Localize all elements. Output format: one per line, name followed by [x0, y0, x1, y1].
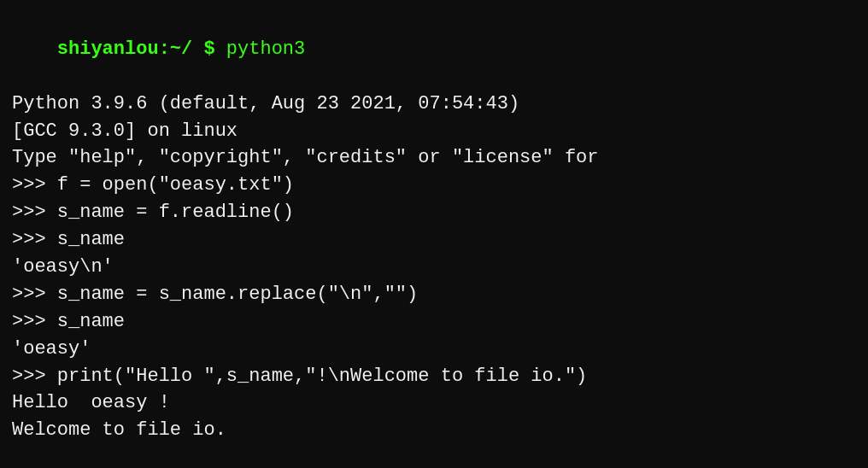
terminal-line-replace: >>> s_name = s_name.replace("\n","") [12, 281, 856, 308]
terminal-line-readline: >>> s_name = f.readline() [12, 199, 856, 226]
terminal-line-open: >>> f = open("oeasy.txt") [12, 172, 856, 199]
terminal-line-type-help: Type "help", "copyright", "credits" or "… [12, 144, 856, 172]
terminal-line-sname-val2: 'oeasy' [12, 336, 856, 363]
terminal-line-gcc: [GCC 9.3.0] on linux [12, 118, 856, 145]
terminal-line-welcome: Welcome to file io. [12, 417, 856, 444]
terminal-line-print: >>> print("Hello ",s_name,"!\nWelcome to… [12, 363, 856, 390]
terminal-line-python-version: Python 3.9.6 (default, Aug 23 2021, 07:5… [12, 91, 856, 118]
prompt-command: python3 [215, 38, 306, 60]
terminal-line-sname1: >>> s_name [12, 226, 856, 254]
terminal-line-sname-val1: 'oeasy\n' [12, 254, 856, 281]
terminal-line-sname2: >>> s_name [12, 308, 856, 336]
terminal-window[interactable]: shiyanlou:~/ $ python3 Python 3.9.6 (def… [0, 0, 868, 468]
terminal-line-prompt: shiyanlou:~/ $ python3 [12, 9, 856, 91]
terminal-line-hello: Hello oeasy ! [12, 389, 856, 417]
prompt-user: shiyanlou:~/ $ [57, 38, 215, 60]
